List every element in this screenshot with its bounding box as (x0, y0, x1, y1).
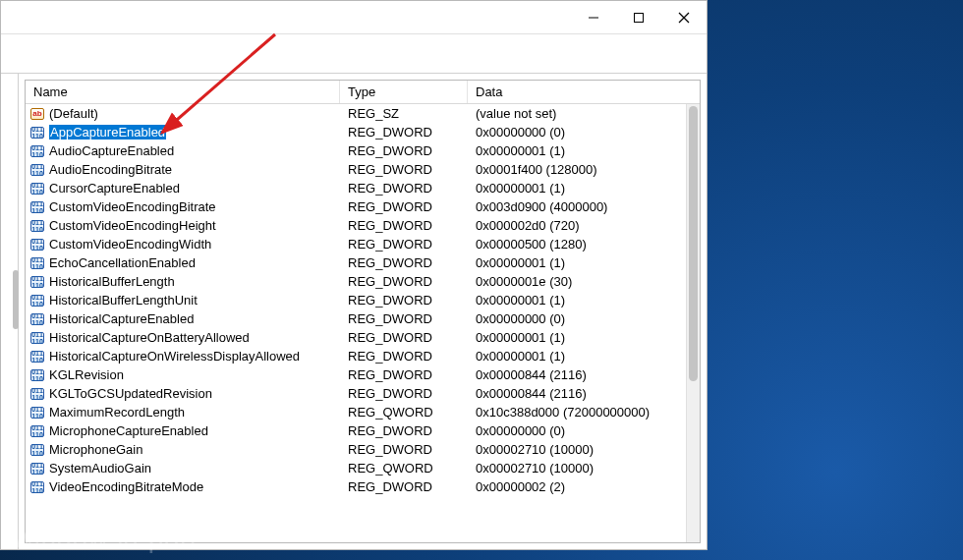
reg-binary-icon: 011110 (29, 199, 45, 215)
maximize-icon (633, 12, 645, 24)
value-type-cell: REG_DWORD (340, 143, 468, 158)
close-button[interactable] (661, 1, 707, 33)
value-type-cell: REG_DWORD (340, 162, 468, 177)
reg-binary-icon: 011110 (29, 293, 45, 308)
value-name: AppCaptureEnabled (49, 125, 166, 140)
value-name-cell: 011110VideoEncodingBitrateMode (26, 479, 340, 495)
registry-value-row[interactable]: 011110MaximumRecordLengthREG_QWORD0x10c3… (26, 403, 700, 421)
registry-value-row[interactable]: 011110HistoricalCaptureOnWirelessDisplay… (26, 347, 700, 365)
value-name: MaximumRecordLength (49, 405, 185, 420)
values-pane: Name Type Data ab(Default)REG_SZ(value n… (19, 74, 707, 549)
value-name-cell: ab(Default) (26, 106, 340, 122)
column-header-type[interactable]: Type (340, 81, 468, 103)
value-data-cell: 0x00002710 (10000) (468, 461, 700, 476)
reg-binary-icon: 011110 (29, 367, 45, 383)
value-name-cell: 011110MaximumRecordLength (26, 405, 340, 420)
value-name-cell: 011110CustomVideoEncodingHeight (26, 218, 340, 234)
value-name: AudioEncodingBitrate (49, 162, 172, 177)
watermark: windowsreport (14, 523, 198, 554)
value-data-cell: 0x00000001 (1) (468, 255, 700, 270)
value-data-cell: 0x00000000 (0) (468, 125, 700, 140)
value-type-cell: REG_DWORD (340, 349, 468, 364)
registry-editor-window: Name Type Data ab(Default)REG_SZ(value n… (0, 0, 708, 550)
column-header-name[interactable]: Name (26, 81, 340, 103)
value-data-cell: 0x00000002 (2) (468, 479, 700, 494)
reg-binary-icon: 011110 (29, 479, 45, 495)
value-type-cell: REG_DWORD (340, 125, 468, 140)
registry-value-row[interactable]: 011110KGLRevisionREG_DWORD0x00000844 (21… (26, 365, 700, 384)
registry-value-row[interactable]: 011110HistoricalBufferLengthUnitREG_DWOR… (26, 291, 700, 309)
reg-binary-icon: 011110 (29, 255, 45, 271)
reg-binary-icon: 011110 (29, 442, 45, 458)
registry-value-row[interactable]: 011110MicrophoneGainREG_DWORD0x00002710 … (26, 440, 700, 459)
desktop-background: Name Type Data ab(Default)REG_SZ(value n… (0, 0, 963, 560)
registry-value-row[interactable]: 011110AudioCaptureEnabledREG_DWORD0x0000… (26, 141, 700, 160)
registry-value-row[interactable]: 011110KGLToGCSUpdatedRevisionREG_DWORD0x… (26, 384, 700, 403)
value-name: CustomVideoEncodingWidth (49, 237, 211, 252)
value-name-cell: 011110AppCaptureEnabled (26, 125, 340, 140)
rows-container: ab(Default)REG_SZ(value not set)011110Ap… (26, 104, 700, 542)
value-name: (Default) (49, 106, 98, 121)
minimize-button[interactable] (571, 1, 616, 33)
registry-value-row[interactable]: 011110CustomVideoEncodingWidthREG_DWORD0… (26, 235, 700, 253)
svg-rect-1 (635, 13, 644, 22)
registry-value-row[interactable]: 011110CursorCaptureEnabledREG_DWORD0x000… (26, 179, 700, 197)
value-type-cell: REG_DWORD (340, 386, 468, 401)
tree-pane-stub (1, 74, 19, 549)
value-data-cell: 0x00000844 (2116) (468, 367, 700, 382)
value-name-cell: 011110CustomVideoEncodingWidth (26, 237, 340, 252)
vertical-scrollbar[interactable] (686, 104, 700, 542)
value-name-cell: 011110HistoricalCaptureOnBatteryAllowed (26, 330, 340, 346)
value-data-cell: 0x003d0900 (4000000) (468, 199, 700, 214)
registry-value-row[interactable]: 011110HistoricalCaptureOnBatteryAllowedR… (26, 328, 700, 347)
registry-value-row[interactable]: 011110AudioEncodingBitrateREG_DWORD0x000… (26, 160, 700, 179)
value-data-cell: 0x00000001 (1) (468, 330, 700, 345)
title-bar (1, 1, 707, 34)
reg-binary-icon: 011110 (29, 274, 45, 290)
value-name: HistoricalBufferLengthUnit (49, 293, 198, 308)
window-body: Name Type Data ab(Default)REG_SZ(value n… (1, 74, 707, 549)
value-name: SystemAudioGain (49, 461, 151, 476)
reg-binary-icon: 011110 (29, 330, 45, 346)
minimize-icon (588, 12, 599, 24)
value-type-cell: REG_DWORD (340, 293, 468, 308)
column-header-data[interactable]: Data (468, 81, 686, 103)
value-data-cell: 0x000002d0 (720) (468, 218, 700, 233)
value-data-cell: 0x00000001 (1) (468, 349, 700, 364)
registry-value-row[interactable]: 011110HistoricalCaptureEnabledREG_DWORD0… (26, 309, 700, 328)
registry-value-row[interactable]: 011110VideoEncodingBitrateModeREG_DWORD0… (26, 477, 700, 496)
registry-value-row[interactable]: 011110HistoricalBufferLengthREG_DWORD0x0… (26, 272, 700, 291)
value-name: MicrophoneGain (49, 442, 142, 457)
value-type-cell: REG_DWORD (340, 181, 468, 196)
value-name-cell: 011110HistoricalBufferLength (26, 274, 340, 290)
value-name: KGLRevision (49, 367, 124, 382)
registry-value-row[interactable]: 011110SystemAudioGainREG_QWORD0x00002710… (26, 459, 700, 477)
registry-value-row[interactable]: 011110AppCaptureEnabledREG_DWORD0x000000… (26, 123, 700, 141)
value-name: HistoricalCaptureOnWirelessDisplayAllowe… (49, 349, 300, 364)
registry-value-row[interactable]: 011110MicrophoneCaptureEnabledREG_DWORD0… (26, 421, 700, 440)
value-name: MicrophoneCaptureEnabled (49, 423, 208, 438)
registry-value-row[interactable]: 011110CustomVideoEncodingBitrateREG_DWOR… (26, 197, 700, 216)
value-data-cell: 0x00002710 (10000) (468, 442, 700, 457)
reg-binary-icon: 011110 (29, 461, 45, 476)
value-name-cell: 011110AudioCaptureEnabled (26, 143, 340, 159)
value-data-cell: 0x00000844 (2116) (468, 386, 700, 401)
value-type-cell: REG_SZ (340, 106, 468, 121)
value-type-cell: REG_DWORD (340, 237, 468, 252)
toolbar-area (1, 34, 707, 74)
registry-value-row[interactable]: 011110CustomVideoEncodingHeightREG_DWORD… (26, 216, 700, 235)
value-type-cell: REG_DWORD (340, 367, 468, 382)
value-type-cell: REG_QWORD (340, 461, 468, 476)
registry-value-row[interactable]: ab(Default)REG_SZ(value not set) (26, 104, 700, 123)
tree-scrollbar-thumb[interactable] (13, 270, 19, 329)
reg-binary-icon: 011110 (29, 386, 45, 402)
reg-binary-icon: 011110 (29, 349, 45, 364)
value-type-cell: REG_DWORD (340, 199, 468, 214)
value-name-cell: 011110HistoricalCaptureOnWirelessDisplay… (26, 349, 340, 364)
maximize-button[interactable] (616, 1, 661, 33)
value-data-cell: 0x00000500 (1280) (468, 237, 700, 252)
scrollbar-thumb[interactable] (689, 106, 698, 381)
reg-binary-icon: 011110 (29, 181, 45, 196)
value-data-cell: 0x00000001 (1) (468, 181, 700, 196)
registry-value-row[interactable]: 011110EchoCancellationEnabledREG_DWORD0x… (26, 253, 700, 272)
